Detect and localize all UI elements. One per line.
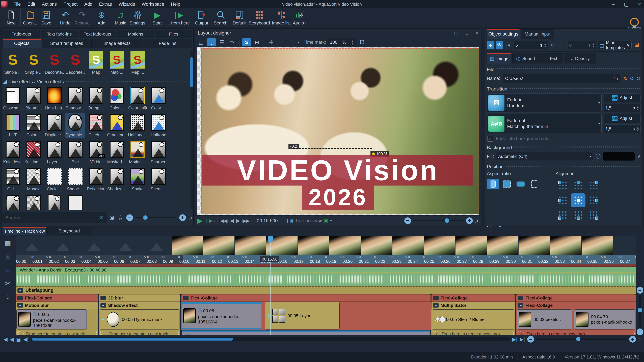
remove-keyframe-button[interactable]: − xyxy=(277,38,286,46)
effect-tile[interactable]: Color shift xyxy=(128,86,148,111)
restore-button-toolbar[interactable]: ↷ Restore xyxy=(73,9,90,26)
add-object-icon[interactable]: ⊞ xyxy=(5,253,11,260)
link-toggle-button[interactable]: ◉ xyxy=(487,41,494,49)
fill-dropdown[interactable]: Automatic (Off) ▾ xyxy=(496,152,593,161)
visibility-toggle-button[interactable]: 👁 xyxy=(496,41,503,49)
rotate-left-icon[interactable]: ↺ xyxy=(630,76,634,81)
designer-maximize-icon[interactable]: ▢ xyxy=(454,30,458,36)
track-header-flexi-collage[interactable]: –Flexi-Collage xyxy=(16,294,98,302)
page-right-icon[interactable]: ▶| xyxy=(512,336,518,342)
object-tile[interactable]: S Map xyxy=(86,50,106,76)
menu-item[interactable]: Help xyxy=(168,1,183,7)
subtab-text[interactable]: TText xyxy=(538,53,563,63)
drag-new-track-zone[interactable]: ↓Drag here to create a new track. xyxy=(516,330,636,335)
effect-tile[interactable]: Color ... xyxy=(24,113,44,138)
clip-stern-blume[interactable]: ✶✹ 00:05 Stern / Blume xyxy=(432,309,514,330)
start-playback-button[interactable]: ▶ Start xyxy=(149,9,165,26)
effect-tile[interactable]: Glowing ... xyxy=(3,86,23,111)
timeline-scrollbar[interactable] xyxy=(31,337,510,341)
tab-manual-input[interactable]: Manual input xyxy=(521,29,554,39)
zoom-out-tiles-button[interactable]: − xyxy=(126,214,133,221)
save-template-icon[interactable]: 🖫 xyxy=(633,41,640,49)
curve-tool-button[interactable]: ◡ xyxy=(207,38,216,46)
preview-play-from-button[interactable]: ❙▶ ▾ xyxy=(205,218,215,223)
audio-plus-button[interactable]: A Audio+ xyxy=(292,9,308,26)
effect-tile[interactable]: Texture ... xyxy=(24,194,44,210)
next-frame-button[interactable]: ▶| xyxy=(236,218,240,224)
track-header-shadow-effect[interactable]: –Shadow effect xyxy=(99,302,180,309)
effect-tile[interactable]: Mosaic xyxy=(24,167,44,192)
drag-new-track-zone[interactable]: ↓Drag here to create a new track. xyxy=(16,330,98,335)
keyframe-list-button[interactable]: ≔▾ xyxy=(292,38,300,46)
edit-tracks-icon[interactable]: ▦ xyxy=(5,239,11,247)
effect-tile[interactable]: Shake xyxy=(128,167,148,192)
object-tile[interactable]: S Simple ... xyxy=(24,50,44,76)
track-zoom-in-button[interactable]: + xyxy=(636,329,643,335)
clip-pexels-19510864-selected[interactable]: S 00:05pexels-danikprihodko-19510864. xyxy=(182,302,262,330)
skip-end-button[interactable]: ▶▶ xyxy=(242,218,249,224)
mini-templates-dropdown[interactable]: ▤ Mini-templates ∨ xyxy=(598,41,632,49)
menu-item[interactable]: Extras xyxy=(96,1,115,7)
track-header-flexi-collage[interactable]: –Flexi-Collage xyxy=(516,294,636,302)
fade-out-adjust-button[interactable]: A/BAdjust xyxy=(604,114,640,123)
clear-search-icon[interactable]: ✕ xyxy=(98,214,104,221)
audio-track[interactable]: Wonder - Anno Domini Beats.mp3 - 00:40.9… xyxy=(16,267,636,286)
toolbox-scrollbar[interactable] xyxy=(190,50,193,209)
effect-tile[interactable]: Shadow ... xyxy=(66,86,85,111)
preview-play-button[interactable]: ▶ xyxy=(198,217,202,224)
grid-toggle-button[interactable]: ⌗▾ xyxy=(228,38,237,46)
playhead-handle[interactable] xyxy=(268,236,273,242)
first-steps-button[interactable]: First steps xyxy=(628,18,641,29)
duplicate-track-icon[interactable]: ⧉ xyxy=(6,266,10,274)
canvas-zoom-slider[interactable] xyxy=(414,220,464,221)
effect-tile[interactable]: Circle ... xyxy=(44,167,64,192)
object-tile[interactable]: S Simple ... xyxy=(3,50,23,76)
effect-tile[interactable]: Shadow ... xyxy=(107,167,127,192)
effect-tile[interactable]: Blur xyxy=(66,140,85,165)
effect-tile[interactable]: LUT xyxy=(3,113,23,138)
fade-out-dropdown[interactable]: A⇄B Fade-out: Matching the fade-in ∨ xyxy=(487,114,602,133)
effect-tile[interactable]: Glitch ... xyxy=(86,113,106,138)
effect-tile[interactable]: Displace... xyxy=(44,113,64,138)
align-bottom-right-button[interactable] xyxy=(586,208,601,222)
track-header-flexi-collage-inner[interactable]: –Flexi-Collage xyxy=(516,302,636,309)
volume-envelope[interactable] xyxy=(16,273,636,273)
menu-item[interactable]: Wizards xyxy=(116,1,138,7)
storyboard-button[interactable]: Storyboard xyxy=(248,9,271,26)
timeline-zoom-out-button[interactable]: − xyxy=(527,336,534,343)
scrollbar-thumb[interactable] xyxy=(32,338,233,341)
effect-tile[interactable]: Layer ... xyxy=(44,140,64,165)
effect-tile[interactable]: Shape ... xyxy=(66,167,85,192)
fade-handle-icon[interactable]: + xyxy=(102,316,105,323)
track-header-flexi-collage[interactable]: –Flexi-Collage xyxy=(181,294,431,302)
fit-view-button[interactable]: ⊞ xyxy=(252,38,261,46)
timeline-filmstrip[interactable] xyxy=(16,236,636,255)
motion-path-button[interactable]: S xyxy=(242,38,251,46)
clip-pexels-0470[interactable]: 00:04.70pexels-danikprihodko xyxy=(574,309,635,330)
drag-new-track-zone[interactable]: ↓Drag here to create a new track. xyxy=(431,330,515,335)
track-header-3d-blur[interactable]: –3D blur xyxy=(99,294,180,302)
output-button[interactable]: Output xyxy=(194,9,210,26)
object-tile[interactable]: S Map ... xyxy=(128,50,148,76)
search-input[interactable] xyxy=(5,215,98,220)
title-banner[interactable]: VIDEO Vision 2026 xyxy=(197,155,479,210)
tab-image-effects[interactable]: Image effects xyxy=(92,39,142,48)
search-button[interactable]: Search xyxy=(212,9,228,26)
object-tile[interactable]: S Decorate... xyxy=(44,50,64,76)
effect-tile[interactable]: Color ... xyxy=(66,194,85,210)
canvas-zoom-in-button[interactable]: + xyxy=(466,217,473,224)
effect-tile[interactable]: Knitting ... xyxy=(24,140,44,165)
new-button[interactable]: New xyxy=(3,9,19,26)
fade-into-background-checkbox[interactable]: ✓ Fade into background color xyxy=(487,136,640,142)
default-workspace-button[interactable]: Default xyxy=(232,9,248,26)
collapse-icon[interactable]: – xyxy=(18,288,23,293)
menu-item[interactable]: File xyxy=(11,1,24,7)
prev-frame-button[interactable]: |◀ xyxy=(230,218,233,224)
track-list-button[interactable]: ☰ xyxy=(218,38,226,46)
designer-canvas[interactable]: -0.2 100 % VIDEO Vision 2026 xyxy=(197,47,479,215)
browse-folder-icon[interactable]: 🗀 xyxy=(613,76,618,81)
timeline-zoom-slider[interactable] xyxy=(536,339,627,340)
spacing-input[interactable]: 0 s ▴▾ xyxy=(567,41,596,49)
clip-pexels-short[interactable]: 00:03 pexels-. xyxy=(517,309,572,330)
save-view-button[interactable]: 🖫 xyxy=(358,38,366,46)
